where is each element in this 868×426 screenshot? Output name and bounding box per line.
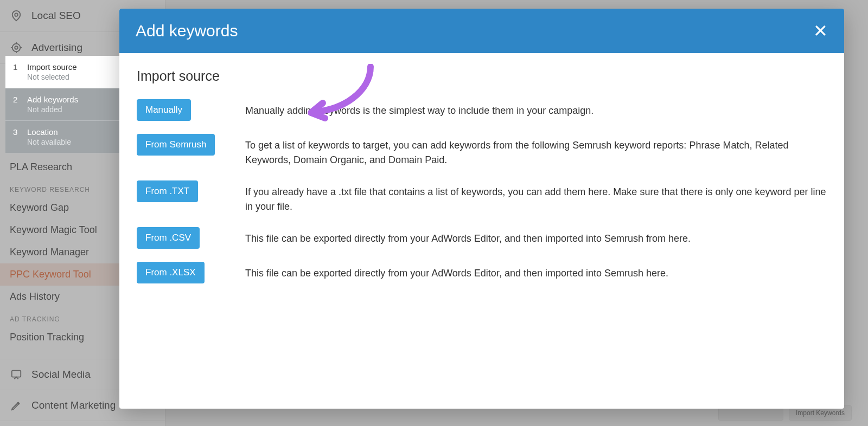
from-csv-button[interactable]: From .CSV — [137, 227, 200, 249]
wizard-step-number: 1 — [13, 62, 21, 81]
wizard-step-title: Location — [27, 127, 71, 137]
wizard-step-number: 2 — [13, 95, 21, 114]
wizard-step-title: Import source — [27, 62, 77, 72]
wizard-step-import-source[interactable]: 1 Import source Not selected — [5, 56, 119, 88]
option-desc: This file can be exported directly from … — [245, 262, 668, 281]
wizard-step-sub: Not selected — [27, 73, 77, 81]
modal-header: Add keywords ✕ — [119, 9, 844, 53]
option-row-from-xlsx: From .XLSX This file can be exported dir… — [137, 262, 827, 283]
option-row-from-txt: From .TXT If you already have a .txt fil… — [137, 180, 827, 214]
wizard-step-title: Add keywords — [27, 95, 78, 104]
close-icon[interactable]: ✕ — [813, 22, 828, 40]
option-desc: This file can be exported directly from … — [245, 227, 691, 246]
import-source-options: Manually Manually adding keywords is the… — [137, 99, 827, 283]
option-desc: Manually adding keywords is the simplest… — [245, 99, 593, 118]
option-row-from-semrush: From Semrush To get a list of keywords t… — [137, 134, 827, 167]
wizard-steps: 1 Import source Not selected 2 Add keywo… — [5, 56, 119, 153]
wizard-step-sub: Not available — [27, 138, 71, 146]
add-keywords-modal: Add keywords ✕ Import source Manually Ma… — [119, 9, 844, 409]
manually-button[interactable]: Manually — [137, 99, 191, 121]
modal-body: Import source Manually Manually adding k… — [119, 53, 844, 299]
option-row-from-csv: From .CSV This file can be exported dire… — [137, 227, 827, 249]
from-xlsx-button[interactable]: From .XLSX — [137, 262, 205, 283]
option-row-manually: Manually Manually adding keywords is the… — [137, 99, 827, 121]
option-desc: If you already have a .txt file that con… — [245, 180, 827, 214]
from-txt-button[interactable]: From .TXT — [137, 180, 198, 202]
wizard-step-add-keywords[interactable]: 2 Add keywords Not added — [5, 88, 119, 121]
section-heading: Import source — [137, 68, 827, 84]
wizard-step-sub: Not added — [27, 105, 78, 114]
wizard-step-number: 3 — [13, 127, 21, 146]
option-desc: To get a list of keywords to target, you… — [245, 134, 827, 167]
modal-title: Add keywords — [136, 22, 238, 40]
wizard-step-location[interactable]: 3 Location Not available — [5, 121, 119, 153]
from-semrush-button[interactable]: From Semrush — [137, 134, 215, 156]
